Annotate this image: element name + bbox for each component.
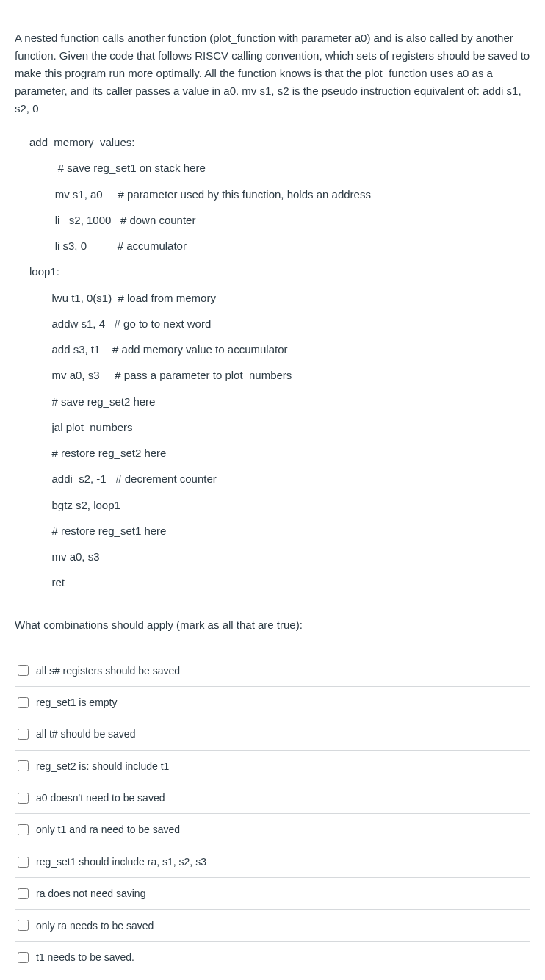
option-row[interactable]: all t# should be saved: [15, 718, 530, 750]
code-line: addi s2, -1 # decrement counter: [15, 466, 530, 491]
code-line: li s2, 1000 # down counter: [15, 207, 530, 233]
option-row[interactable]: all s# registers should be saved: [15, 655, 530, 687]
code-line: add s3, t1 # add memory value to accumul…: [15, 336, 530, 362]
option-label: reg_set2 is: should include t1: [36, 758, 169, 774]
option-checkbox[interactable]: [18, 824, 29, 835]
code-line: # save reg_set1 on stack here: [15, 155, 530, 181]
code-line: loop1:: [15, 259, 530, 284]
option-row[interactable]: only t1 and ra need to be saved: [15, 814, 530, 846]
option-label: reg_set1 should include ra, s1, s2, s3: [36, 854, 206, 870]
option-label: all s# registers should be saved: [36, 663, 180, 679]
option-checkbox[interactable]: [18, 697, 29, 708]
code-line: mv a0, s3: [15, 544, 530, 569]
code-line: lwu t1, 0(s1) # load from memory: [15, 285, 530, 311]
code-line: ret: [15, 569, 530, 595]
code-line: # save reg_set2 here: [15, 389, 530, 414]
option-checkbox[interactable]: [18, 920, 29, 931]
option-row[interactable]: only ra needs to be saved: [15, 910, 530, 942]
options-list: all s# registers should be saved reg_set…: [15, 655, 530, 981]
code-line: mv s1, a0 # parameter used by this funct…: [15, 181, 530, 207]
code-line: li s3, 0 # accumulator: [15, 233, 530, 259]
option-label: reg_set1 is empty: [36, 694, 118, 710]
option-row[interactable]: reg_set2 is: should include t1: [15, 751, 530, 782]
code-line: add_memory_values:: [15, 129, 530, 155]
code-block: add_memory_values: # save reg_set1 on st…: [15, 129, 530, 596]
code-line: # restore reg_set1 here: [15, 518, 530, 544]
code-line: jal plot_numbers: [15, 414, 530, 440]
option-checkbox[interactable]: [18, 665, 29, 676]
option-checkbox[interactable]: [18, 952, 29, 963]
option-row[interactable]: reg_set1 is empty: [15, 687, 530, 718]
code-line: addw s1, 4 # go to to next word: [15, 311, 530, 336]
option-label: ra does not need saving: [36, 885, 145, 901]
option-row[interactable]: ra does not need saving: [15, 878, 530, 909]
options-prompt: What combinations should apply (mark as …: [15, 616, 530, 634]
option-label: t1 needs to be saved.: [36, 949, 134, 965]
option-checkbox[interactable]: [18, 857, 29, 868]
option-checkbox[interactable]: [18, 793, 29, 804]
option-row[interactable]: reg_set1 should include ra, s1, s2, s3: [15, 846, 530, 878]
option-label: only t1 and ra need to be saved: [36, 821, 180, 837]
option-checkbox[interactable]: [18, 888, 29, 899]
code-line: bgtz s2, loop1: [15, 492, 530, 518]
code-line: mv a0, s3 # pass a parameter to plot_num…: [15, 362, 530, 388]
option-row[interactable]: a0 doesn't need to be saved: [15, 782, 530, 814]
option-checkbox[interactable]: [18, 729, 29, 740]
option-label: only ra needs to be saved: [36, 918, 154, 934]
option-label: a0 doesn't need to be saved: [36, 790, 165, 806]
code-line: # restore reg_set2 here: [15, 440, 530, 466]
option-label: all t# should be saved: [36, 726, 135, 742]
option-row[interactable]: t1 needs to be saved.: [15, 942, 530, 973]
question-text: A nested function calls another function…: [15, 29, 530, 118]
option-row[interactable]: reg_set2 is empty: [15, 973, 530, 980]
option-checkbox[interactable]: [18, 760, 29, 771]
